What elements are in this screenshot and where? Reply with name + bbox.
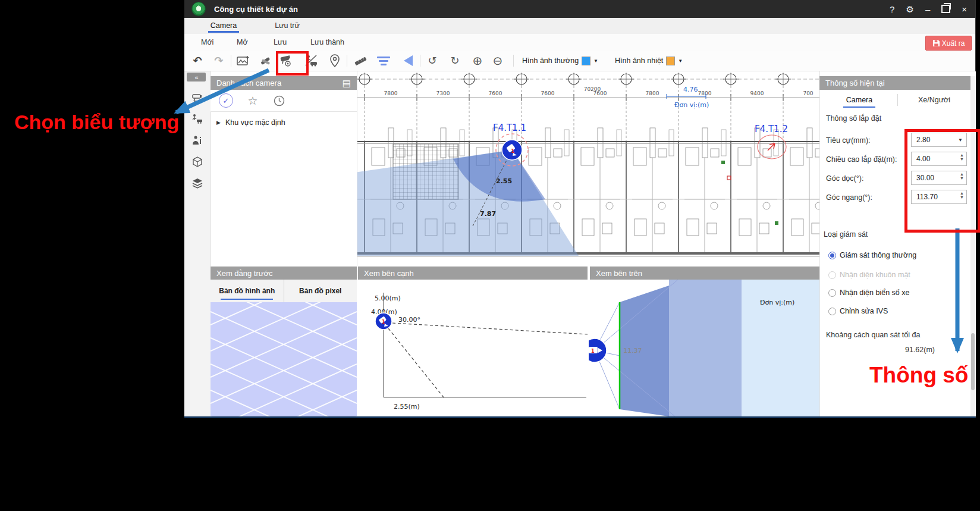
add-image-icon[interactable] <box>236 54 250 68</box>
ground-distance-label: 2.55(m) <box>394 403 420 410</box>
left-sidebar: « <box>184 71 211 416</box>
install-params-title: Thông số lắp đặt <box>826 114 881 123</box>
top-view-header: Xem bên trên <box>590 267 819 280</box>
app-logo-icon <box>191 2 206 16</box>
check-filter-icon[interactable]: ✓ <box>219 93 233 108</box>
parameters-header: Thông số hiện tại <box>819 76 970 90</box>
menu-row: Mới Mở Lưu Lưu thành Xuất ra <box>184 34 975 51</box>
max-height-label: 5.00(m) <box>375 294 401 302</box>
ruler-icon[interactable] <box>353 54 368 68</box>
fov-mid-zone <box>669 280 742 416</box>
tab-params-camera[interactable]: Camera <box>827 90 892 110</box>
tree-expand-icon[interactable]: ▶ <box>216 120 221 126</box>
tab-camera[interactable]: Camera <box>195 18 252 33</box>
tree-item-label: Khu vực mặc định <box>225 118 285 127</box>
max-distance-value: 91.62(m) <box>872 346 935 354</box>
tab-params-vehicle-person[interactable]: Xe/Người <box>901 90 968 110</box>
menu-new[interactable]: Mới <box>201 34 213 51</box>
export-button[interactable]: Xuất ra <box>925 36 972 51</box>
normal-color-swatch <box>582 57 590 65</box>
align-lines-icon[interactable] <box>377 54 390 68</box>
tilt-angle-label: 30.00° <box>398 316 420 324</box>
side-view-canvas[interactable]: 5.00(m) 4.00(m) 30.00° 1 2.55(m) <box>357 280 589 416</box>
params-annotation: Thông số <box>869 363 968 388</box>
max-distance-label: Khoảng cách quan sát tối đa <box>826 331 920 339</box>
radio-face-recognition[interactable] <box>828 271 836 279</box>
camera-number: 1 <box>382 319 385 325</box>
scrollbar-thumb[interactable] <box>971 333 975 390</box>
title-bar: Công cụ thiết kế dự án ? ⚙ – × <box>184 0 975 18</box>
chevron-down-icon: ▼ <box>593 58 598 64</box>
tree-item-default-area[interactable]: ▶ Khu vực mặc định <box>211 116 357 129</box>
blue-dimension-label: 4.76 <box>683 86 698 93</box>
camera1-label: F4.T1.1 <box>493 123 526 133</box>
plan-unit-label: Đơn vị:(m) <box>674 101 709 109</box>
dim-label: 7800 <box>384 90 398 96</box>
help-icon[interactable]: ? <box>890 5 894 14</box>
camera-number: 1 <box>591 349 595 354</box>
menu-save-as[interactable]: Lưu thành <box>310 34 344 51</box>
collapse-sidebar-button[interactable]: « <box>187 73 206 81</box>
front-view-3d-grid[interactable] <box>211 302 357 416</box>
radio-license-plate[interactable] <box>828 289 836 297</box>
chevron-down-icon: ▼ <box>678 58 683 64</box>
floppy-icon <box>932 39 940 47</box>
close-icon[interactable]: × <box>962 5 967 14</box>
dim-label: 700 <box>803 90 813 96</box>
thermal-image-dropdown[interactable]: Hình ảnh nhiệt ▼ <box>615 57 683 65</box>
camera-list-title: Danh sách camera <box>216 79 281 87</box>
camera-number: 1 <box>511 148 514 154</box>
star-filter-icon[interactable]: ☆ <box>246 94 259 107</box>
person-vehicle-icon[interactable] <box>189 112 206 126</box>
fov-cone-icon[interactable] <box>401 54 415 68</box>
dim-label: 7800 <box>646 90 659 96</box>
minimize-icon[interactable]: – <box>925 5 930 14</box>
floor-plan-canvas[interactable]: 70200 7800 7300 7600 7600 7600 7800 7800… <box>357 71 820 267</box>
clock-filter-icon[interactable] <box>272 94 285 107</box>
far-distance-label: 7.87 <box>480 210 496 218</box>
tab-storage[interactable]: Lưu trữ <box>255 18 320 33</box>
layers-icon[interactable] <box>189 176 206 190</box>
top-view-camera-icon[interactable]: 1 <box>589 338 607 362</box>
thermal-color-swatch <box>666 57 675 65</box>
person-info-icon[interactable] <box>189 133 206 148</box>
dim-label: 9400 <box>750 90 764 96</box>
radio-normal-monitoring[interactable] <box>828 252 836 259</box>
undo-icon[interactable]: ↶ <box>190 54 205 68</box>
tab-image-map[interactable]: Bản đồ hình ảnh <box>211 280 284 302</box>
dim-label: 7600 <box>541 90 555 96</box>
top-view-unit-label: Đơn vị:(m) <box>760 299 794 306</box>
redo-icon[interactable]: ↷ <box>212 54 226 68</box>
cube-3d-icon[interactable] <box>189 155 206 169</box>
distance-label: 11.37 <box>623 347 642 355</box>
main-tab-row: Camera Lưu trữ <box>184 18 975 35</box>
menu-save[interactable]: Lưu <box>274 34 287 51</box>
zoom-out-icon[interactable]: ⊖ <box>491 54 505 68</box>
rotate-ccw-icon[interactable]: ↺ <box>425 54 439 68</box>
menu-open[interactable]: Mở <box>237 34 248 51</box>
horizontal-angle-label: Góc ngang(°): <box>826 193 872 202</box>
tab-pixel-map[interactable]: Bản đồ pixel <box>284 280 357 302</box>
camera2-label: F4.T1.2 <box>755 124 788 134</box>
settings-gear-icon[interactable]: ⚙ <box>906 5 913 14</box>
camera-tools-icon[interactable] <box>259 54 273 68</box>
focal-length-label: Tiêu cự(mm): <box>826 136 871 145</box>
rotate-cw-icon[interactable]: ↻ <box>448 54 462 68</box>
cctv-camera-icon[interactable] <box>189 90 206 105</box>
app-title: Công cụ thiết kế dự án <box>214 5 298 14</box>
list-view-icon[interactable]: ▤ <box>343 78 351 89</box>
side-view-header: Xem bên cạnh <box>358 267 588 280</box>
restore-window-icon[interactable] <box>941 5 950 13</box>
camera-list-filter-row: ✓ ☆ <box>211 90 357 112</box>
normal-image-dropdown[interactable]: Hình ảnh thường ▼ <box>522 57 598 65</box>
dim-label: 7300 <box>436 90 450 96</box>
near-distance-label: 2.55 <box>496 177 512 185</box>
radio-edit-ivs[interactable] <box>828 308 836 315</box>
zoom-in-icon[interactable]: ⊕ <box>470 54 485 68</box>
side-view-camera-icon[interactable]: 1 <box>375 313 392 330</box>
front-view-tabs: Bản đồ hình ảnh Bản đồ pixel <box>211 280 357 303</box>
top-view-canvas[interactable]: 11.37 Đơn vị:(m) 1 <box>589 280 819 416</box>
radio-face-label: Nhận diện khuôn mặt <box>840 271 910 279</box>
choose-icon-annotation: Chọn biểu tượng <box>14 111 179 134</box>
location-pin-icon[interactable] <box>328 54 342 68</box>
